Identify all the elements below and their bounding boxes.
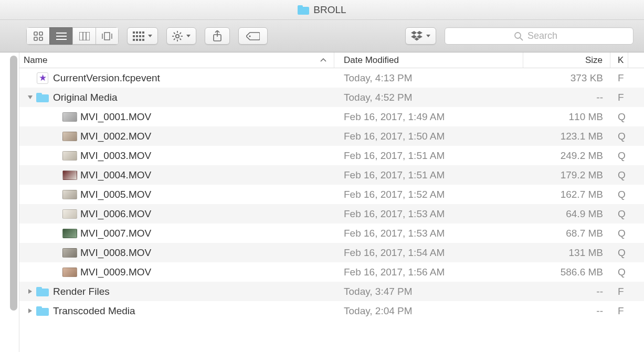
file-name: MVI_0005.MOV [80, 189, 151, 200]
file-size: 162.7 MB [523, 189, 610, 200]
file-row[interactable]: MVI_0002.MOVFeb 16, 2017, 1:50 AM123.1 M… [19, 126, 644, 146]
svg-point-25 [176, 34, 179, 37]
file-name: Transcoded Media [53, 305, 135, 317]
file-row[interactable]: Original MediaToday, 4:52 PM--F [19, 88, 644, 107]
file-date: Feb 16, 2017, 1:49 AM [334, 111, 523, 123]
file-size: 131 MB [523, 247, 610, 259]
file-date: Feb 16, 2017, 1:56 AM [334, 266, 523, 278]
arrange-button[interactable] [127, 27, 158, 45]
svg-point-36 [249, 35, 250, 37]
svg-rect-3 [39, 37, 43, 40]
file-date: Today, 2:04 PM [334, 305, 523, 317]
file-size: 64.9 MB [523, 208, 610, 220]
file-date: Today, 4:13 PM [334, 72, 523, 84]
video-thumbnail-icon [62, 170, 77, 180]
file-row[interactable]: Transcoded MediaToday, 2:04 PM--F [19, 301, 644, 321]
share-button[interactable] [205, 27, 230, 45]
column-header-date[interactable]: Date Modified [334, 52, 523, 68]
column-header-kind[interactable]: K [610, 52, 628, 68]
scrollbar[interactable] [10, 56, 17, 313]
file-date: Feb 16, 2017, 1:51 AM [334, 150, 523, 162]
file-kind: Q [610, 266, 628, 278]
svg-rect-21 [133, 39, 135, 41]
column-header-name[interactable]: Name [19, 52, 334, 68]
tags-button[interactable] [238, 27, 268, 45]
video-thumbnail-icon [62, 229, 77, 238]
search-field[interactable] [445, 27, 634, 45]
file-row[interactable]: MVI_0003.MOVFeb 16, 2017, 1:51 AM249.2 M… [19, 146, 644, 165]
file-row[interactable]: MVI_0008.MOVFeb 16, 2017, 1:54 AM131 MBQ [19, 243, 644, 262]
file-row[interactable]: ★CurrentVersion.fcpeventToday, 4:13 PM37… [19, 68, 644, 88]
column-header-size[interactable]: Size [523, 52, 610, 68]
svg-line-30 [174, 33, 175, 34]
folder-icon [36, 287, 49, 296]
column-view-button[interactable] [72, 27, 96, 45]
svg-rect-16 [142, 31, 144, 34]
file-row[interactable]: Render FilesToday, 3:47 PM--F [19, 282, 644, 301]
action-button[interactable] [166, 27, 196, 45]
file-name: MVI_0006.MOV [80, 208, 151, 220]
file-date: Feb 16, 2017, 1:50 AM [334, 131, 523, 142]
svg-rect-24 [142, 39, 144, 41]
file-kind: Q [610, 247, 628, 259]
file-kind: Q [610, 131, 628, 142]
folder-icon [298, 5, 309, 15]
file-size: -- [523, 92, 610, 103]
view-mode-group [26, 27, 119, 45]
video-thumbnail-icon [62, 112, 77, 122]
file-size: 68.7 MB [523, 228, 610, 239]
list-view-button[interactable] [49, 27, 72, 45]
file-date: Today, 4:52 PM [334, 92, 523, 103]
file-date: Feb 16, 2017, 1:52 AM [334, 189, 523, 200]
svg-rect-7 [79, 32, 90, 40]
file-name: MVI_0008.MOV [80, 247, 151, 259]
file-row[interactable]: MVI_0005.MOVFeb 16, 2017, 1:52 AM162.7 M… [19, 185, 644, 204]
file-size: -- [523, 286, 610, 297]
file-name: Original Media [53, 92, 118, 103]
svg-rect-10 [104, 33, 110, 40]
video-thumbnail-icon [62, 268, 77, 277]
video-thumbnail-icon [62, 151, 77, 161]
toolbar [0, 20, 644, 52]
file-name: MVI_0004.MOV [80, 169, 151, 181]
video-thumbnail-icon [62, 190, 77, 199]
file-size: 179.2 MB [523, 169, 610, 181]
svg-marker-40 [28, 289, 32, 294]
video-thumbnail-icon [62, 132, 77, 141]
svg-rect-23 [139, 39, 141, 41]
file-date: Feb 16, 2017, 1:53 AM [334, 228, 523, 239]
file-row[interactable]: MVI_0007.MOVFeb 16, 2017, 1:53 AM68.7 MB… [19, 223, 644, 243]
video-thumbnail-icon [62, 209, 77, 219]
file-name: CurrentVersion.fcpevent [53, 72, 160, 84]
content-area: Name Date Modified Size K ★CurrentVersio… [0, 52, 644, 352]
dropbox-button[interactable] [405, 27, 436, 45]
coverflow-view-button[interactable] [96, 27, 119, 45]
folder-icon [36, 306, 49, 316]
svg-line-38 [520, 38, 523, 40]
file-size: -- [523, 305, 610, 317]
window-title: BROLL [313, 4, 346, 16]
svg-rect-13 [133, 31, 135, 34]
icon-view-button[interactable] [26, 27, 49, 45]
file-kind: F [610, 286, 628, 297]
file-date: Today, 3:47 PM [334, 286, 523, 297]
disclosure-triangle-icon[interactable] [25, 289, 35, 294]
svg-line-32 [174, 38, 175, 40]
file-row[interactable]: MVI_0004.MOVFeb 16, 2017, 1:51 AM179.2 M… [19, 165, 644, 185]
search-input[interactable] [527, 30, 564, 41]
file-name: MVI_0001.MOV [80, 111, 151, 123]
folder-icon [36, 93, 49, 102]
disclosure-triangle-icon[interactable] [25, 308, 35, 314]
svg-rect-20 [142, 35, 144, 37]
disclosure-triangle-icon[interactable] [25, 94, 35, 100]
left-gutter [0, 52, 19, 352]
svg-rect-17 [133, 35, 135, 37]
file-row[interactable]: MVI_0009.MOVFeb 16, 2017, 1:56 AM586.6 M… [19, 262, 644, 282]
file-name: MVI_0009.MOV [80, 266, 151, 278]
file-row[interactable]: MVI_0001.MOVFeb 16, 2017, 1:49 AM110 MBQ [19, 107, 644, 126]
svg-rect-0 [34, 32, 37, 35]
svg-rect-18 [136, 35, 138, 37]
file-row[interactable]: MVI_0006.MOVFeb 16, 2017, 1:53 AM64.9 MB… [19, 204, 644, 223]
svg-line-33 [180, 33, 182, 34]
search-icon [514, 31, 523, 41]
